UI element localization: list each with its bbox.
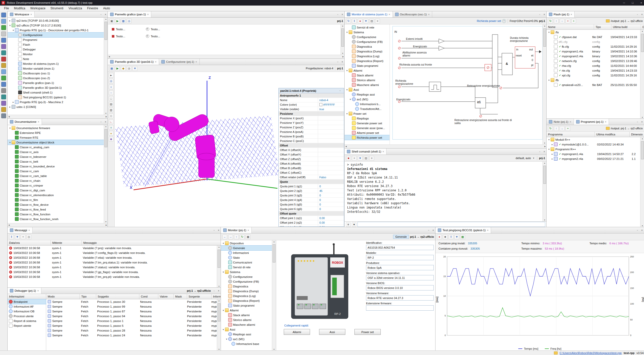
tab-documentation[interactable]: Documentazione [8,119,42,125]
property-row[interactable]: Offset Y (offsetY) [279,152,344,157]
message-row[interactable]: 10/03/2022 10:36:58 sysm-1 Variabile (?.… [8,246,217,250]
tree-item[interactable]: ▸Progetto RTE (prj-3) - Macchina 2 [8,100,104,104]
tree-item[interactable]: Diagnostica (Log) [221,293,272,298]
text-item-icon[interactable] [112,28,114,31]
flash-file-row[interactable]: ✓xpl.cfg config 11/02/2021 14:29:16 [547,73,640,78]
tree-item[interactable]: Pannello grafico (pan-1) [8,80,104,85]
settings-icon[interactable]: ◎ [127,19,132,23]
tree-item[interactable]: Shell comandi (shell-1) [8,90,104,95]
flash-file-row[interactable]: ▾✓/fa [547,30,640,35]
record-icon[interactable]: ● [358,19,363,23]
property-row[interactable]: Posizione A (posA) [279,130,344,134]
property-row[interactable]: Offset joint 2 (oj2)0.00 [279,220,344,225]
property-row[interactable]: Quote [279,180,344,184]
tree-item[interactable]: Classe rc_digi_cam [8,188,104,193]
refresh-icon[interactable]: ↻ [240,234,245,239]
breakpoint-row[interactable]: Sempre Fetch Processo 1, passo 30 Nessun… [46,299,217,304]
tree-item[interactable]: Classe rc_flow_function_nnnh [8,217,104,221]
tree-item[interactable]: Classe rc_flow_device [8,202,104,207]
expand-arrow-icon[interactable]: ▾ [222,328,225,331]
expand-arrow-icon[interactable]: ▾ [8,127,12,129]
close-icon[interactable] [195,60,197,63]
devices-icon[interactable] [1,19,6,24]
message-row[interactable]: 10/03/2022 10:36:58 sysm-1 Variabile (?.… [8,274,217,279]
breakpoint-row[interactable]: Sempre Fetch Processo 1, passo 87 Nessun… [46,309,217,314]
property-row[interactable]: Quota joint 1 (qj1)0 [279,184,344,189]
robot-elbow[interactable] [164,117,179,132]
expand-arrow-icon[interactable]: ▾ [547,148,551,151]
close-panel-icon[interactable] [640,119,644,125]
close-icon[interactable] [37,289,39,292]
tree-item[interactable]: ▾Sistema [345,30,390,35]
tree-item[interactable]: Oscilloscopio (osc-2) [8,76,104,80]
column-header[interactable]: Nome [547,24,594,29]
tab-debugger[interactable]: Debugger (prj-1) [8,288,41,294]
tree-item[interactable]: ▾Documentazione firmware [8,126,104,130]
refresh-icon[interactable]: ↻ [548,126,553,131]
message-row[interactable]: 10/03/2022 10:36:58 sysm-1 Variabile (?.… [8,270,217,274]
tree-item[interactable]: ▾Dispositivo [221,241,272,246]
tree-item[interactable]: Classe rc_analog_cam [8,145,104,150]
tree-item[interactable]: ▸usbc-1 [COM3] [8,104,104,109]
tree-item[interactable]: Riepilogo assi [345,92,390,97]
float-panel-icon[interactable] [212,227,216,233]
tree-item[interactable]: Stato programmi [221,303,272,308]
horizontal-scrollbar[interactable] [8,223,108,227]
tab[interactable]: Monitor di sistema (sysm-1) [345,11,393,17]
close-icon[interactable] [28,229,30,232]
property-row[interactable]: Posizione B (posB) [279,134,344,139]
disconnect-icon[interactable] [1,32,6,36]
field-value[interactable]: Robox BIOS versione 3.0.10 [366,285,434,290]
menu-item[interactable]: Strumenti [48,6,66,11]
program-row[interactable]: ▾✓Programmi R++ [547,147,640,152]
flash-file-row[interactable]: ✓myprogram2.r4a binary 19/02/2021 14:10:… [547,54,640,58]
flash-file-row[interactable]: ✓rte.cfg config 19/04/2021 14:23:33 [547,68,640,73]
property-row[interactable]: Offset Z (offsetZ) [279,157,344,161]
close-icon[interactable] [38,120,39,123]
radio-icon[interactable] [146,27,149,31]
property-row[interactable]: Quota joint 5 (qj5)0 [279,202,344,207]
tree-item[interactable]: ▾Progetto RTE (prj-1) - Descrizione del … [8,28,104,33]
float-panel-icon[interactable] [635,227,640,233]
menu-item[interactable]: Finestre [85,6,100,11]
property-value[interactable]: Falso [318,176,344,179]
property-row[interactable]: Offset joint 3 (oj3)0.00 [279,225,344,226]
tree-item[interactable]: Configurazione [8,33,104,37]
3d-viewport[interactable]: X Y Z pan3d-1:robot-4 (Proprietà) Antrop… [115,72,345,227]
fit-view-icon[interactable]: □ [109,96,114,101]
close-icon[interactable] [382,150,384,153]
tree-item[interactable]: Allarmi power set [345,130,390,135]
message-row[interactable]: 10/03/2022 10:36:58 sysm-1 Variabile (?.… [8,250,217,255]
stop-icon[interactable]: ■ [443,234,448,239]
settings-icon[interactable]: ≡ [375,19,380,23]
expand-arrow-icon[interactable]: ▾ [547,79,551,81]
radio-icon[interactable] [146,35,149,38]
debug-category-item[interactable]: Processi utente [8,314,46,318]
tree-item[interactable]: Test ping/pong BCC/31 (pptest-1) [8,95,104,100]
column-header[interactable]: Ultima modifica [595,132,630,137]
flash-file-row[interactable]: ✓myprogram1.r4a binary 19/04/2021 14:10:… [547,49,640,54]
property-value[interactable]: robot-4 [318,99,344,102]
tree-item[interactable]: Informazioni [221,250,272,255]
shell-icon[interactable] [1,88,6,93]
pause-icon[interactable]: ‖ [449,234,453,239]
tree-item[interactable]: Diagnostica (Report) [221,298,272,303]
property-row[interactable]: Offset [279,143,344,148]
expand-arrow-icon[interactable]: ▾ [8,24,12,27]
property-row[interactable]: Posizione [279,111,344,116]
tab[interactable]: Pannello grafico 3D (pan3d-1) [108,59,159,65]
property-row[interactable]: Offset X (offsetX) [279,148,344,152]
block-diagram-canvas[interactable]: INEsterni irrisoltiEnergizzatoAbilitazio… [390,24,547,144]
property-value[interactable]: 0.00 [318,221,344,224]
expand-arrow-icon[interactable]: ▾ [345,69,349,72]
property-value[interactable]: 0.00 [318,226,344,227]
run-icon[interactable]: ▶ [115,19,120,23]
text-item-label[interactable]: Testo... [116,28,125,31]
tree-item[interactable]: Informazioni b... [345,102,390,106]
close-icon[interactable] [155,60,156,63]
tree-item[interactable]: ▾Documentazione object block [8,140,104,145]
expand-arrow-icon[interactable]: ▾ [8,141,12,144]
scrollbar-thumb[interactable] [641,34,644,52]
lock-icon[interactable]: ▣ [109,19,114,23]
float-panel-icon[interactable] [336,11,340,17]
